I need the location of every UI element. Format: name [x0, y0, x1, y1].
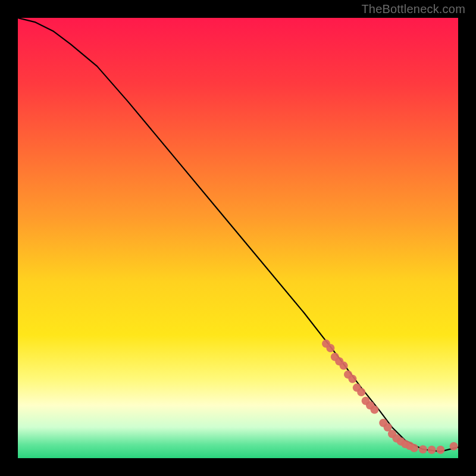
data-point: [410, 444, 418, 452]
data-point: [357, 388, 365, 396]
plot-area: [18, 18, 458, 458]
bottleneck-chart: [18, 18, 458, 458]
chart-frame: TheBottleneck.com: [0, 0, 476, 476]
data-point: [340, 362, 348, 370]
watermark-label: TheBottleneck.com: [361, 2, 465, 16]
data-point: [348, 375, 356, 383]
gradient-background: [18, 18, 458, 458]
data-point: [370, 406, 378, 414]
data-point: [326, 344, 334, 352]
data-point: [428, 446, 436, 454]
data-point: [419, 445, 427, 453]
data-point: [436, 446, 444, 454]
data-point: [450, 442, 458, 450]
